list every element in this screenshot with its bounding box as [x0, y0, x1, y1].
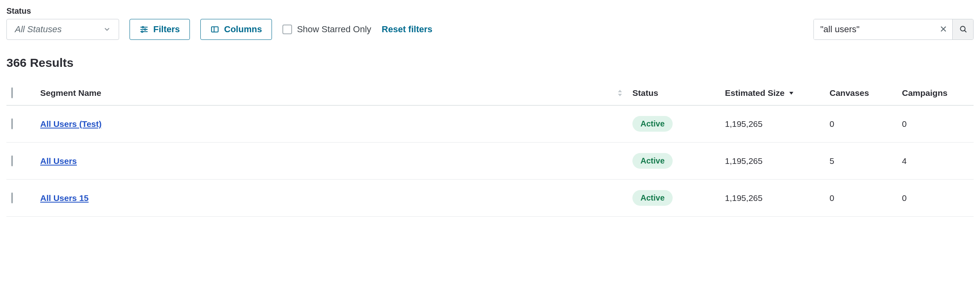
status-select[interactable]: All Statuses [6, 19, 119, 40]
status-badge: Active [632, 116, 673, 132]
svg-rect-6 [212, 27, 218, 32]
row-checkbox[interactable] [11, 155, 13, 166]
header-segment-name-label: Segment Name [40, 88, 101, 98]
segment-link[interactable]: All Users 15 [40, 193, 89, 203]
cell-campaigns: 0 [897, 106, 974, 143]
header-estimated-size[interactable]: Estimated Size [720, 81, 825, 106]
svg-marker-13 [618, 94, 622, 96]
cell-canvases: 5 [825, 143, 897, 180]
sliders-icon [140, 25, 148, 34]
filters-bar: Status All Statuses Filters Columns Show… [6, 6, 974, 40]
clear-search-button[interactable] [935, 19, 952, 39]
cell-campaigns: 0 [897, 180, 974, 217]
chevron-down-icon [103, 26, 111, 33]
status-badge: Active [632, 153, 673, 169]
table-row: All Users (Test) Active 1,195,265 0 0 [6, 106, 974, 143]
header-campaigns: Campaigns [897, 81, 974, 106]
show-starred-label: Show Starred Only [297, 24, 371, 35]
svg-marker-14 [789, 92, 793, 95]
header-status: Status [628, 81, 720, 106]
show-starred-toggle[interactable]: Show Starred Only [282, 19, 371, 40]
header-canvases-label: Canvases [830, 88, 869, 97]
status-filter-block: Status All Statuses [6, 6, 119, 40]
sort-desc-icon [789, 91, 794, 95]
close-icon [940, 25, 947, 34]
svg-line-11 [964, 30, 966, 32]
cell-campaigns: 4 [897, 143, 974, 180]
row-checkbox[interactable] [11, 192, 13, 203]
cell-canvases: 0 [825, 180, 897, 217]
table-row: All Users 15 Active 1,195,265 0 0 [6, 180, 974, 217]
columns-button-label: Columns [224, 24, 262, 35]
cell-size: 1,195,265 [720, 143, 825, 180]
header-status-label: Status [632, 88, 658, 97]
svg-point-3 [142, 27, 144, 28]
reset-filters-link[interactable]: Reset filters [382, 19, 432, 40]
header-canvases: Canvases [825, 81, 897, 106]
header-segment-name[interactable]: Segment Name [35, 81, 628, 106]
svg-marker-12 [618, 90, 622, 92]
select-all-checkbox[interactable] [11, 87, 13, 98]
header-campaigns-label: Campaigns [902, 88, 947, 97]
cell-canvases: 0 [825, 106, 897, 143]
status-select-value: All Statuses [15, 24, 62, 35]
segments-table: Segment Name Status Estimated Size [6, 81, 974, 217]
table-header-row: Segment Name Status Estimated Size [6, 81, 974, 106]
sort-icon [617, 89, 623, 97]
status-badge: Active [632, 190, 673, 206]
filters-button[interactable]: Filters [130, 19, 190, 40]
header-select-all [6, 81, 35, 106]
checkbox-icon [282, 25, 292, 34]
results-count: 366 Results [6, 56, 974, 70]
columns-icon [210, 25, 219, 34]
header-size-label: Estimated Size [725, 88, 784, 98]
svg-point-5 [142, 31, 143, 33]
search-button[interactable] [952, 19, 973, 39]
status-filter-label: Status [6, 6, 119, 16]
search-box [813, 19, 974, 40]
columns-button[interactable]: Columns [200, 19, 272, 40]
row-checkbox[interactable] [11, 118, 13, 129]
search-icon [959, 25, 967, 34]
search-input[interactable] [814, 19, 935, 39]
table-row: All Users Active 1,195,265 5 4 [6, 143, 974, 180]
segment-link[interactable]: All Users [40, 156, 77, 166]
cell-size: 1,195,265 [720, 106, 825, 143]
cell-size: 1,195,265 [720, 180, 825, 217]
svg-point-4 [144, 29, 146, 30]
segment-link[interactable]: All Users (Test) [40, 119, 102, 128]
filters-button-label: Filters [153, 24, 180, 35]
